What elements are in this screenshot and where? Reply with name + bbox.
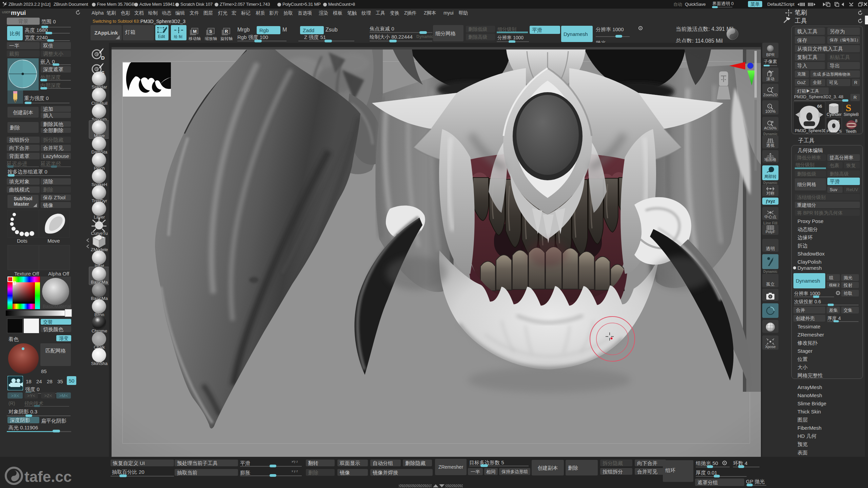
svg-text:x y z: x y z <box>292 460 298 463</box>
svg-text:绘 制: 绘 制 <box>174 35 182 39</box>
svg-text:SimpleB: SimpleB <box>844 112 859 117</box>
svg-text:PM3D_Sphere3D: PM3D_Sphere3D <box>795 128 825 133</box>
svg-text:移动轴: 移动轴 <box>189 36 201 41</box>
svg-text:8: 8 <box>855 119 857 123</box>
svg-text:M: M <box>193 29 197 34</box>
svg-text:S: S <box>846 102 851 113</box>
svg-text:R: R <box>225 29 228 34</box>
svg-text:tafe.cc: tafe.cc <box>24 468 72 485</box>
svg-text:缩放轴: 缩放轴 <box>205 36 217 41</box>
svg-text:x y z: x y z <box>292 469 298 473</box>
svg-text:Edit: Edit <box>158 34 165 39</box>
svg-text:1: 1 <box>101 236 103 240</box>
svg-text:Teeth: Teeth <box>846 129 856 134</box>
svg-text:旋转轴: 旋转轴 <box>220 36 233 41</box>
svg-text:66: 66 <box>835 120 840 124</box>
svg-text:D: D <box>101 55 105 61</box>
svg-text:Cylinder: Cylinder <box>827 112 842 117</box>
svg-text:66: 66 <box>817 104 822 109</box>
svg-text:1: 1 <box>769 105 770 107</box>
svg-text:S: S <box>209 29 212 34</box>
svg-text:PM3D_S: PM3D_S <box>827 129 842 133</box>
